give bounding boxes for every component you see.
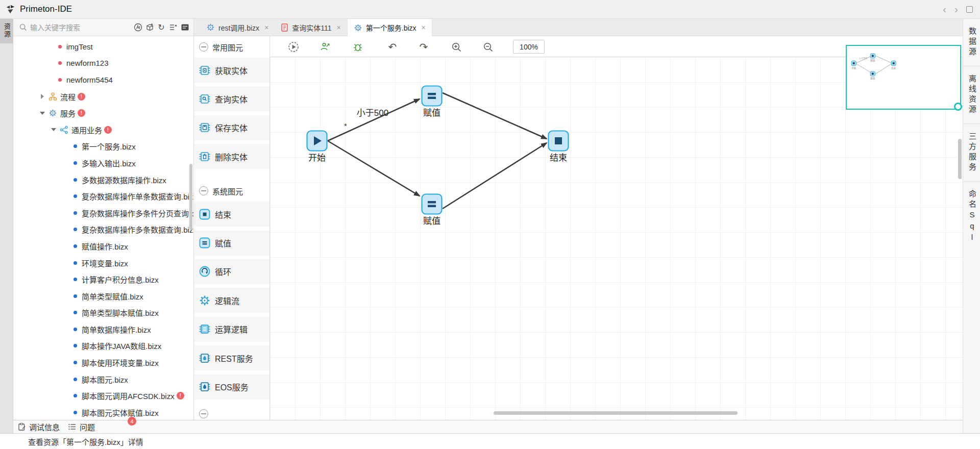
flow-edge[interactable] [443,143,547,209]
debug-info-button[interactable]: 调试信息 [17,421,60,432]
tree-item[interactable]: 计算客户积分信息.bizx [13,271,193,288]
rail-tab-resources[interactable]: 资源 [0,19,13,43]
tree-item[interactable]: 复杂数据库操作多条数据查询.bizx [13,221,193,238]
collapse-icon[interactable] [199,409,208,418]
tree-item[interactable]: 流程! [13,88,193,105]
flow-edge[interactable] [328,99,420,141]
snippet-icon[interactable] [180,23,189,32]
tree-item[interactable]: 服务! [13,105,193,121]
collapse-icon[interactable] [199,42,208,52]
ai-assist-icon[interactable] [133,23,142,32]
tree-item[interactable]: 第一个服务.bizx [13,138,193,155]
edge-condition-label[interactable]: 小于500 [357,108,388,118]
right-panel-rail: 数据源离线资源三方服务命名Sql [963,19,980,433]
zoom-in-icon[interactable] [450,40,463,54]
minimap[interactable]: 小于500开始赋值赋值结束 [846,45,961,110]
palette-item-entity-query[interactable]: 查询实体 [194,86,270,111]
canvas-horizontal-scrollbar[interactable] [494,411,738,415]
chevron-down-icon[interactable] [50,128,57,131]
chevron-right-icon[interactable] [39,94,46,99]
tree-item[interactable]: 脚本图元.bizx [13,371,193,388]
flow-edge[interactable] [443,93,547,139]
palette-item-loop[interactable]: 循环 [194,259,270,284]
flow-node-end[interactable]: 结束 [549,131,569,163]
tree-item-label: 赋值操作.bizx [82,241,128,252]
palette-item-compute[interactable]: 运算逻辑 [194,317,270,342]
tree-item[interactable]: 赋值操作.bizx [13,238,193,255]
deploy-icon[interactable] [318,40,332,54]
tree-item[interactable]: 简单类型脚本赋值.bizx [13,305,193,321]
nav-forward-icon[interactable]: › [954,4,958,14]
svg-text:赋值: 赋值 [870,59,875,62]
tab-close-icon[interactable]: × [264,23,268,32]
search-input[interactable] [30,23,107,32]
palette-item-entity-delete[interactable]: 删除实体 [194,144,270,169]
palette-section-header[interactable]: 系统图元 [194,180,270,202]
tree-item[interactable]: 脚本图元实体赋值.bizx [13,404,193,420]
palette-item-rest[interactable]: REST服务 [194,345,270,370]
editor-tab-1[interactable]: 查询实体111× [275,19,347,36]
collapse-icon[interactable] [199,186,208,195]
tree-item[interactable]: imgTest [13,38,193,55]
tree-item[interactable]: 多输入输出.bizx [13,155,193,171]
palette-item-entity-save[interactable]: 保存实体 [194,115,270,140]
palette-item-eos[interactable]: EOS服务 [194,375,270,400]
editor-tab-2[interactable]: 第一个服务.bizx× [347,19,432,36]
flow-node-assign-bottom[interactable]: 赋值 [422,194,442,227]
flow-node-start[interactable]: 开始 [307,131,327,163]
tree-item[interactable]: 复杂数据库操作多条件分页查询.bizx [13,205,193,221]
right-rail-tab-2[interactable]: 三方服务 [963,124,980,182]
tree-item[interactable]: 脚本图元调用AFCSDK.bizx! [13,387,193,404]
right-rail-tab-1[interactable]: 离线资源 [963,66,980,124]
redo-icon[interactable]: ↷ [417,40,430,54]
flow-edge[interactable] [328,141,420,196]
tree-item[interactable]: 环境变量.bizx [13,255,193,271]
tab-close-icon[interactable]: × [422,23,426,32]
canvas-vertical-scrollbar[interactable] [958,139,962,179]
minimap-resize-handle[interactable] [954,103,962,111]
tree-item[interactable]: 简单类型赋值.bizx [13,288,193,305]
tree-item[interactable]: 脚本操作JAVA数组.bizx [13,338,193,355]
zoom-out-icon[interactable] [481,40,495,54]
sort-list-icon[interactable] [168,23,178,32]
new-package-icon[interactable] [145,23,154,32]
tree-item[interactable]: newform123 [13,55,193,72]
palette-item-entity-get[interactable]: 获取实体 [194,58,270,83]
right-rail-tab-3[interactable]: 命名Sql [963,182,980,252]
problems-button[interactable]: 问题 4 [68,421,95,432]
palette-item-assign[interactable]: 赋值 [194,231,270,256]
refresh-icon[interactable]: ↻ [157,23,166,32]
tree-scrollbar[interactable] [189,164,192,230]
tree-item-label: 脚本图元调用AFCSDK.bizx [82,390,175,401]
undo-icon[interactable]: ↶ [386,40,399,54]
svg-text:开始: 开始 [851,66,856,70]
palette-section-title: 系统图元 [212,186,243,196]
tree-item-label: 计算客户积分信息.bizx [82,274,159,285]
chevron-down-icon[interactable] [39,112,46,115]
zoom-level-box[interactable]: 100% [513,40,545,54]
tree-item[interactable]: 脚本使用环境变量.bizx [13,354,193,371]
tree-item[interactable]: 通用业务! [13,121,193,138]
tab-close-icon[interactable]: × [337,23,341,32]
nav-back-icon[interactable]: ‹ [943,4,946,14]
flow-node-assign-top[interactable]: 赋值 [422,86,442,118]
tree-item[interactable]: 多数据源数据库操作.bizx [13,171,193,188]
compute-icon [199,323,211,335]
debug-icon[interactable] [351,40,364,54]
palette-section-header[interactable]: 常用图元 [194,36,270,58]
tree-item[interactable]: 简单数据库操作.bizx [13,321,193,338]
right-rail-tab-0[interactable]: 数据源 [963,19,980,66]
blue-dot-icon [74,261,77,265]
palette-item-end[interactable]: 结束 [194,202,270,227]
document-icon [281,23,288,32]
run-icon[interactable] [287,40,300,54]
tree-item[interactable]: newform5454 [13,71,193,88]
tree-item-label: 脚本操作JAVA数组.bizx [82,340,161,351]
window-layout-icon[interactable] [966,6,973,13]
canvas-grid-area[interactable]: 小于500*开始赋值赋值结束 [270,57,963,420]
element-palette: 常用图元获取实体查询实体保存实体删除实体系统图元结束赋值循环逻辑流运算逻辑RES… [194,36,270,420]
entity-get-icon [199,64,211,77]
editor-tab-0[interactable]: rest调用.bizx× [200,19,275,36]
palette-item-logic[interactable]: 逻辑流 [194,288,270,313]
tree-item[interactable]: 复杂数据库操作单条数据查询.bizx [13,188,193,205]
